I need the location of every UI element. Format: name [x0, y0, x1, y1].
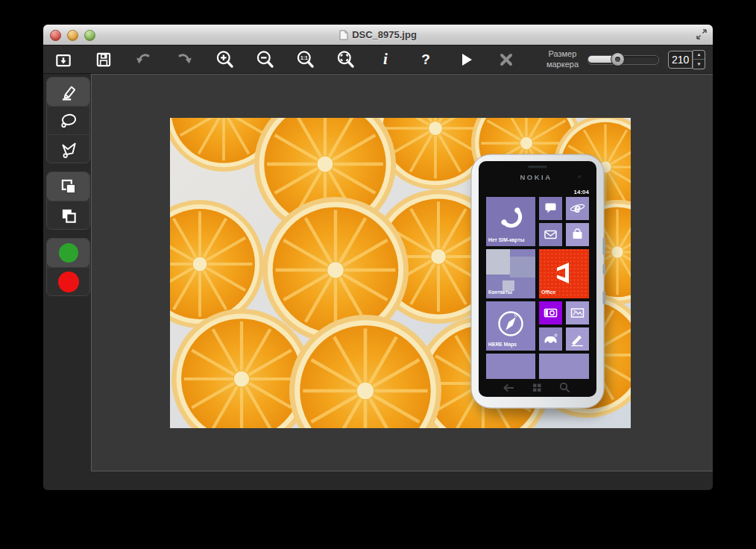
svg-text:e: e — [574, 202, 581, 215]
marker-size-slider[interactable] — [588, 53, 659, 66]
phone: NOKIA 14:04 Нет SIM-карты — [471, 154, 605, 408]
tile-partial-left — [486, 354, 535, 379]
undo-icon — [134, 50, 154, 69]
play-button[interactable] — [446, 47, 486, 72]
photo-document: NOKIA 14:04 Нет SIM-карты — [170, 118, 631, 428]
zoom-in-button[interactable] — [204, 47, 245, 72]
play-icon — [457, 51, 475, 69]
tool-sidebar — [43, 74, 91, 490]
phone-clock: 14:04 — [574, 189, 590, 195]
fullscreen-icon[interactable] — [696, 28, 708, 40]
delete-x-icon — [497, 51, 515, 69]
zoom-fit-icon — [336, 49, 356, 69]
save-icon — [94, 50, 113, 69]
open-icon — [54, 50, 73, 69]
document-proxy-icon[interactable] — [339, 30, 348, 40]
editing-canvas[interactable]: NOKIA 14:04 Нет SIM-карты — [91, 74, 713, 471]
svg-text:1:1: 1:1 — [300, 55, 307, 60]
window-title-area: DSC_8975.jpg — [339, 29, 417, 40]
marker-size-field: ▲ ▼ — [668, 50, 705, 69]
phone-earpiece — [528, 166, 547, 169]
ellipse-tool-button[interactable] — [47, 106, 89, 134]
color-red-button[interactable] — [47, 267, 89, 295]
marker-size-group: Размер маркера ▲ ▼ — [546, 49, 713, 70]
stepper-up-button[interactable]: ▲ — [693, 51, 705, 60]
tile-office-label: Office — [541, 289, 555, 295]
delete-button[interactable] — [486, 47, 526, 72]
main-area: NOKIA 14:04 Нет SIM-карты — [43, 74, 713, 490]
redo-icon — [174, 50, 194, 69]
help-button[interactable]: ? — [406, 47, 446, 72]
close-window-button[interactable] — [50, 30, 61, 41]
zoom-out-icon — [255, 49, 275, 69]
marker-size-label: Размер маркера — [546, 49, 579, 70]
color-tool-group — [46, 238, 90, 296]
tile-contacts-label: Контакты — [488, 289, 512, 295]
zoom-window-button[interactable] — [84, 30, 95, 41]
help-icon: ? — [421, 52, 430, 66]
slider-thumb[interactable] — [611, 52, 625, 66]
send-to-back-button[interactable] — [47, 201, 89, 229]
window-title: DSC_8975.jpg — [352, 29, 417, 40]
zoom-in-icon — [215, 49, 235, 69]
marker-tool-button[interactable] — [47, 78, 89, 106]
open-button[interactable] — [43, 47, 84, 72]
stepper-down-button[interactable]: ▼ — [693, 60, 705, 69]
zoom-fit-button[interactable] — [325, 47, 365, 72]
draw-tool-group — [46, 77, 90, 163]
app-window: DSC_8975.jpg — [43, 25, 713, 490]
layer-tool-group — [46, 172, 90, 230]
arrow-tool-button[interactable] — [47, 134, 89, 163]
save-button[interactable] — [84, 47, 124, 72]
tile-here-maps-label: HERE Maps — [488, 342, 517, 348]
tile-no-sim-label: Нет SIM-карты — [488, 237, 525, 243]
red-circle-icon — [57, 271, 80, 293]
redo-button[interactable] — [164, 47, 204, 72]
tile-camera — [539, 301, 562, 324]
info-button[interactable]: i — [365, 47, 406, 72]
bring-to-front-button[interactable] — [47, 172, 89, 201]
tile-mail — [539, 223, 562, 246]
marker-icon — [59, 82, 78, 101]
zoom-actual-size-button[interactable]: 1:1 — [285, 47, 325, 72]
send-to-back-icon — [59, 206, 78, 225]
minimize-window-button[interactable] — [67, 30, 78, 41]
zoom-one-to-one-icon: 1:1 — [295, 49, 315, 69]
bring-to-front-icon — [59, 177, 78, 196]
ellipse-icon — [59, 111, 78, 131]
tile-partial-right — [539, 354, 589, 379]
undo-button[interactable] — [124, 47, 164, 72]
front-camera — [578, 175, 581, 178]
info-icon: i — [383, 51, 388, 67]
photo-image: NOKIA 14:04 Нет SIM-карты — [170, 118, 631, 428]
color-green-button[interactable] — [47, 239, 89, 267]
marker-size-stepper: ▲ ▼ — [693, 50, 705, 69]
toolbar: 1:1 i ? — [43, 46, 713, 74]
traffic-lights — [50, 30, 95, 41]
green-circle-icon — [58, 242, 79, 263]
svg-text:N: N — [514, 314, 517, 318]
marker-size-input[interactable] — [668, 51, 693, 69]
phone-brand: NOKIA — [520, 173, 552, 181]
arrow-icon — [59, 139, 78, 159]
zoom-out-button[interactable] — [245, 47, 285, 72]
titlebar: DSC_8975.jpg — [43, 25, 713, 46]
